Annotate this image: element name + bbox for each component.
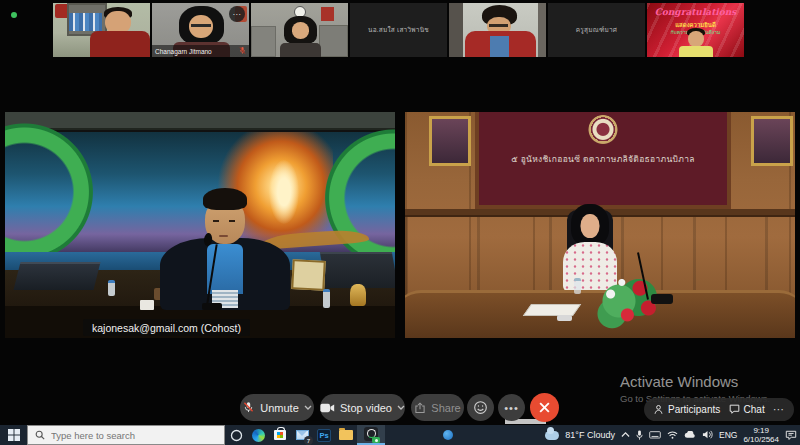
banner-title: Congratulations: [647, 7, 744, 17]
gold-ornament: [350, 284, 366, 306]
speaker-mouth: [219, 235, 228, 237]
cup: [140, 300, 154, 310]
leave-meeting-button[interactable]: [530, 393, 559, 422]
royal-portrait-left: [429, 116, 471, 166]
share-button[interactable]: Share: [411, 394, 464, 421]
volume-button[interactable]: [702, 430, 713, 439]
participant-tile-name-only-2[interactable]: ครูสุมณฑ์มาศ: [548, 3, 645, 57]
search-icon: [35, 430, 45, 440]
muted-mic-icon: [239, 46, 246, 55]
store-button[interactable]: [269, 425, 291, 445]
mail-badge: 7: [304, 436, 313, 445]
microphone-base: [202, 303, 222, 310]
weather-text[interactable]: 81°F Cloudy: [565, 430, 615, 440]
taskbar-search-box[interactable]: [27, 425, 225, 445]
store-icon: [274, 430, 286, 440]
participant-display-name: นอ.สมใส เสาวิพานิช: [350, 3, 447, 57]
window-frame: [449, 3, 463, 57]
edge-button[interactable]: [247, 425, 269, 445]
store-windows-logo: [277, 432, 283, 438]
water-bottle: [574, 278, 581, 294]
meeting-app-icon: [364, 427, 378, 441]
panel-more-button[interactable]: ⋯: [773, 403, 785, 416]
chat-bubble-icon: [729, 404, 740, 414]
naga-mural: [5, 132, 395, 252]
onedrive-button[interactable]: [684, 431, 696, 439]
active-meeting-app-button[interactable]: [357, 425, 385, 445]
red-decor: [321, 7, 335, 21]
language-indicator[interactable]: ENG: [719, 430, 737, 440]
mail-button[interactable]: 7: [291, 425, 313, 445]
tray-mic-button[interactable]: [636, 430, 643, 441]
keyboard-icon: [649, 431, 661, 439]
participant-name-label: Chanagarn Jitmano: [152, 45, 249, 57]
laptop: [14, 262, 101, 290]
glasses: [191, 24, 211, 27]
close-icon: [538, 401, 551, 414]
water-bottle: [323, 289, 330, 308]
thai-signage-text: ๕ อูนัหงชิเกออนซี ดคาภาษภลิจัติอธอาภนบิภ…: [479, 152, 727, 166]
participants-button[interactable]: Participants: [653, 404, 720, 415]
binders: [69, 13, 102, 31]
touch-keyboard-button[interactable]: [649, 431, 661, 439]
participant-face: [292, 22, 309, 38]
maroon-sign-panel: ๕ อูนัหงชิเกออนซี ดคาภาษภลิจัติอธอาภนบิภ…: [475, 112, 731, 209]
chat-button[interactable]: Chat: [729, 404, 765, 415]
cortana-button[interactable]: [225, 425, 247, 445]
activate-windows-watermark: Activate Windows: [620, 373, 738, 390]
search-input[interactable]: [51, 430, 211, 441]
wifi-button[interactable]: [667, 431, 678, 439]
start-button[interactable]: [0, 425, 27, 445]
clock-date: 6/10/2564: [743, 435, 779, 444]
participant-tile-red-jacket-man[interactable]: [449, 3, 546, 57]
cabinet: [251, 26, 276, 57]
participant-tile-clock-room[interactable]: [251, 3, 348, 57]
cortana-icon: [230, 429, 243, 442]
participant-tile-congratulations[interactable]: Congratulations แสดงความยินดี กับความสำเ…: [647, 3, 744, 57]
edge-icon: [252, 429, 265, 442]
speaker-eye: [229, 220, 235, 222]
weather-cloud-icon[interactable]: [545, 431, 559, 440]
participant-tile-chanagarn[interactable]: ⋯ Chanagarn Jitmano: [152, 3, 249, 57]
stop-video-button[interactable]: Stop video: [320, 394, 405, 421]
status-green-dot: [11, 12, 17, 18]
windows-taskbar: 7 Ps 81°F Cloudy: [0, 425, 800, 445]
office-emblem: [588, 115, 618, 145]
blue-app-button[interactable]: [443, 430, 453, 440]
taskbar-clock[interactable]: 9:19 6/10/2564: [743, 426, 779, 444]
tile-options-button[interactable]: ⋯: [229, 6, 245, 22]
panel-toggle-bar: Participants Chat ⋯: [644, 398, 794, 421]
photoshop-button[interactable]: Ps: [313, 425, 335, 445]
laptop: [320, 252, 395, 288]
chevron-down-icon: [304, 405, 312, 410]
more-options-button[interactable]: •••: [498, 394, 525, 421]
photoshop-icon: Ps: [317, 429, 331, 442]
file-explorer-button[interactable]: [335, 425, 357, 445]
participant-body: [280, 43, 321, 57]
participant-tile-name-only-1[interactable]: นอ.สมใส เสาวิพานิช: [350, 3, 447, 57]
blue-shirt: [490, 36, 509, 57]
action-center-icon: [785, 430, 797, 440]
water-bottle: [108, 280, 115, 296]
chevron-down-icon: [397, 405, 405, 410]
main-video-left[interactable]: kajonesak@gmail.com (Cohost): [5, 112, 395, 338]
unmute-button[interactable]: Unmute: [240, 394, 314, 421]
action-center-button[interactable]: [785, 430, 797, 440]
participant-face: [688, 31, 704, 47]
participant-tile-office-man[interactable]: [53, 3, 150, 57]
microphone-base: [651, 294, 673, 304]
speaker-hair: [203, 188, 247, 210]
chevron-up-icon: [621, 432, 630, 437]
hidden-icons-button[interactable]: [621, 432, 630, 437]
reactions-button[interactable]: [467, 394, 494, 421]
main-video-right[interactable]: ๕ อูนัหงชิเกออนซี ดคาภาษภลิจัติอธอาภนบิภ…: [405, 112, 795, 338]
share-icon: [414, 402, 426, 414]
royal-portrait-right: [751, 116, 793, 166]
cloud-icon: [684, 431, 696, 439]
person-icon: [653, 404, 664, 415]
participant-name-label: kajonesak@gmail.com (Cohost): [83, 319, 250, 336]
folder-icon: [339, 430, 353, 440]
documents: [523, 304, 581, 316]
camera-badge-icon: [372, 437, 380, 443]
clock-time: 9:19: [743, 426, 779, 435]
